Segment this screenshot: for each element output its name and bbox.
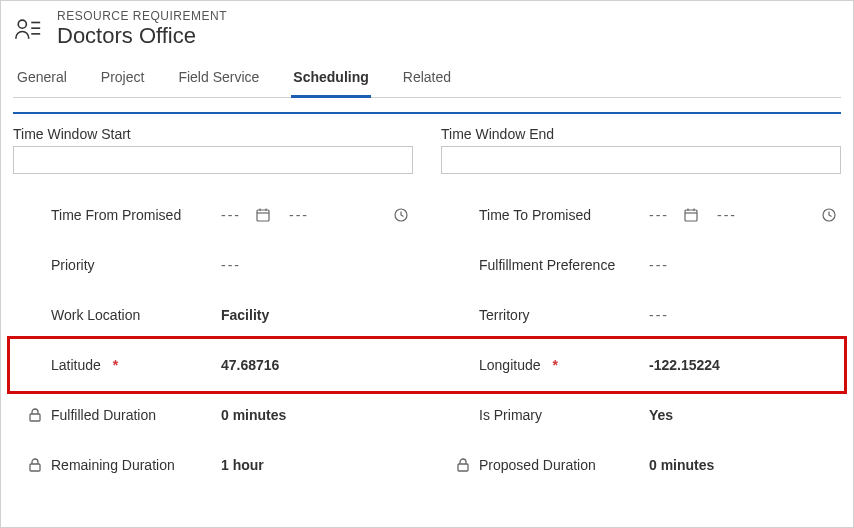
field-label: Proposed Duration xyxy=(479,457,596,473)
resource-requirement-form: RESOURCE REQUIREMENT Doctors Office Gene… xyxy=(0,0,854,528)
required-mark: * xyxy=(113,357,118,373)
lock-icon xyxy=(27,407,45,423)
field-label: Fulfillment Preference xyxy=(479,257,615,273)
lock-icon xyxy=(455,457,473,473)
field-row-time-to-promised[interactable]: Time To Promised------ xyxy=(441,190,841,240)
field-row-is-primary[interactable]: Is PrimaryYes xyxy=(441,390,841,440)
field-value[interactable]: --- xyxy=(221,257,241,273)
svg-rect-10 xyxy=(30,464,40,471)
required-mark: * xyxy=(553,357,558,373)
field-label: Latitude xyxy=(51,357,101,373)
field-value[interactable]: 0 minutes xyxy=(221,407,286,423)
date-value[interactable]: --- xyxy=(649,207,669,223)
time-window-end-input[interactable] xyxy=(441,146,841,174)
time-value[interactable]: --- xyxy=(289,207,309,223)
time-window-start-input[interactable] xyxy=(13,146,413,174)
field-label: Fulfilled Duration xyxy=(51,407,156,423)
field-row-remaining-duration[interactable]: Remaining Duration1 hour xyxy=(13,440,413,490)
clock-icon[interactable] xyxy=(821,207,837,223)
svg-rect-16 xyxy=(458,464,468,471)
field-label: Longitude xyxy=(479,357,541,373)
person-list-icon xyxy=(13,14,43,44)
tab-related[interactable]: Related xyxy=(401,59,453,97)
clock-icon[interactable] xyxy=(393,207,409,223)
field-label: Work Location xyxy=(51,307,140,323)
field-label: Time From Promised xyxy=(51,207,181,223)
calendar-icon[interactable] xyxy=(683,207,699,223)
tab-general[interactable]: General xyxy=(15,59,69,97)
date-value[interactable]: --- xyxy=(221,207,241,223)
field-label: Remaining Duration xyxy=(51,457,175,473)
field-value[interactable]: 47.68716 xyxy=(221,357,279,373)
tab-scheduling[interactable]: Scheduling xyxy=(291,59,370,97)
right-column: Time Window End Time To Promised------Fu… xyxy=(441,126,841,490)
svg-point-0 xyxy=(18,20,26,28)
entity-type-label: RESOURCE REQUIREMENT xyxy=(57,9,227,23)
time-value[interactable]: --- xyxy=(717,207,737,223)
field-label: Territory xyxy=(479,307,530,323)
tab-project[interactable]: Project xyxy=(99,59,147,97)
calendar-icon[interactable] xyxy=(255,207,271,223)
left-fields: Time From Promised------Priority---Work … xyxy=(13,190,413,490)
field-value[interactable]: 0 minutes xyxy=(649,457,714,473)
record-title: Doctors Office xyxy=(57,23,227,49)
section-label-left: Time Window Start xyxy=(13,126,413,142)
field-label: Is Primary xyxy=(479,407,542,423)
field-value[interactable]: 1 hour xyxy=(221,457,264,473)
record-header: RESOURCE REQUIREMENT Doctors Office xyxy=(13,1,841,59)
section-label-right: Time Window End xyxy=(441,126,841,142)
field-row-time-from-promised[interactable]: Time From Promised------ xyxy=(13,190,413,240)
field-row-longitude[interactable]: Longitude*-122.15224 xyxy=(441,340,841,390)
field-value[interactable]: Yes xyxy=(649,407,673,423)
tab-field-service[interactable]: Field Service xyxy=(176,59,261,97)
right-fields: Time To Promised------Fulfillment Prefer… xyxy=(441,190,841,490)
field-label: Time To Promised xyxy=(479,207,591,223)
field-value[interactable]: --- xyxy=(649,307,669,323)
field-row-latitude[interactable]: Latitude*47.68716 xyxy=(13,340,413,390)
svg-rect-4 xyxy=(257,210,269,221)
left-column: Time Window Start Time From Promised----… xyxy=(13,126,413,490)
field-label: Priority xyxy=(51,257,95,273)
form-columns: Time Window Start Time From Promised----… xyxy=(13,126,841,490)
field-row-work-location[interactable]: Work LocationFacility xyxy=(13,290,413,340)
lock-icon xyxy=(27,457,45,473)
section-divider xyxy=(13,112,841,114)
field-value[interactable]: Facility xyxy=(221,307,269,323)
svg-rect-11 xyxy=(685,210,697,221)
field-value[interactable]: -122.15224 xyxy=(649,357,720,373)
svg-rect-9 xyxy=(30,414,40,421)
tab-bar: GeneralProjectField ServiceSchedulingRel… xyxy=(13,59,841,98)
field-value[interactable]: --- xyxy=(649,257,669,273)
field-row-fulfilled-duration[interactable]: Fulfilled Duration0 minutes xyxy=(13,390,413,440)
field-row-priority[interactable]: Priority--- xyxy=(13,240,413,290)
field-row-fulfillment-preference[interactable]: Fulfillment Preference--- xyxy=(441,240,841,290)
header-text: RESOURCE REQUIREMENT Doctors Office xyxy=(57,9,227,49)
field-row-territory[interactable]: Territory--- xyxy=(441,290,841,340)
field-row-proposed-duration[interactable]: Proposed Duration0 minutes xyxy=(441,440,841,490)
